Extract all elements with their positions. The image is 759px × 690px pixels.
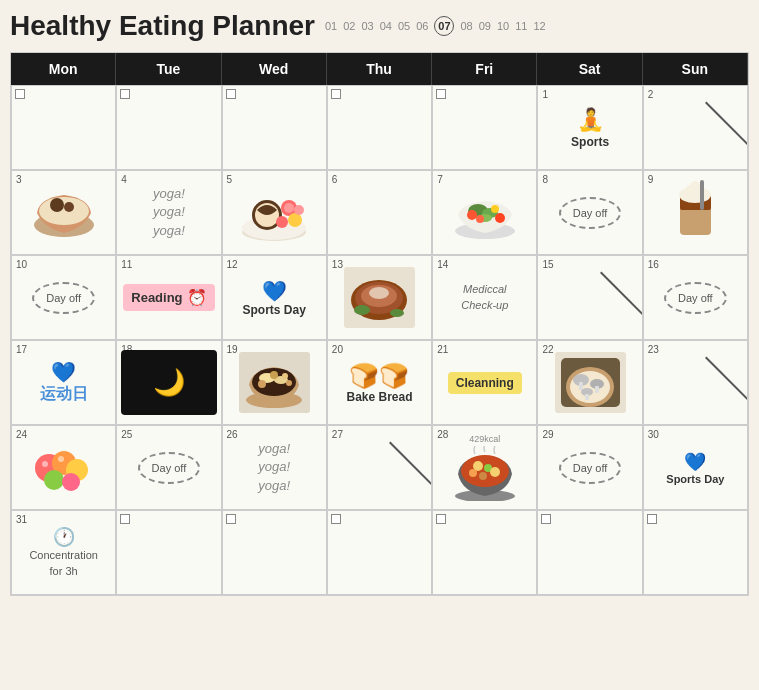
cell-25[interactable]: 25 Day off [116,425,221,510]
month-12[interactable]: 12 [533,20,545,32]
cell-24[interactable]: 24 [11,425,116,510]
cell-empty-3[interactable] [222,85,327,170]
cell-empty-2[interactable] [116,85,221,170]
cell-empty-5[interactable] [432,85,537,170]
cell-number: 19 [227,344,238,355]
cell-18[interactable]: 18 🌙 [116,340,221,425]
medical-label: MediccalCheck-up [461,282,508,313]
cell-11[interactable]: 11 Reading ⏰ [116,255,221,340]
cell-number: 12 [227,259,238,270]
cell-5[interactable]: 5 [222,170,327,255]
cell-9[interactable]: 9 [643,170,748,255]
svg-rect-52 [585,394,589,400]
cell-number: 1 [542,89,548,100]
month-02[interactable]: 02 [343,20,355,32]
cell-empty-r6-2[interactable] [222,510,327,595]
steak-icon [342,265,417,330]
cell-number: 3 [16,174,22,185]
month-07[interactable]: 07 [434,16,454,36]
cell-7[interactable]: 7 [432,170,537,255]
checkbox[interactable] [226,89,236,99]
svg-point-41 [270,371,278,379]
salad-icon [450,183,520,243]
cell-27[interactable]: 27 [327,425,432,510]
day-mon: Mon [11,53,116,85]
svg-point-64 [469,469,477,477]
reading-label: Reading [131,290,182,305]
fruit-icon [29,438,99,498]
month-03[interactable]: 03 [361,20,373,32]
yoga-content: yoga!yoga!yoga! [121,175,216,250]
food-bowl [16,175,111,250]
cell-3[interactable]: 3 [11,170,116,255]
checkbox[interactable] [436,89,446,99]
svg-point-12 [294,205,304,215]
cell-2[interactable]: 2 [643,85,748,170]
cell-17[interactable]: 17 💙 运动日 [11,340,116,425]
svg-point-10 [288,213,302,227]
cell-13[interactable]: 13 [327,255,432,340]
checkbox[interactable] [331,89,341,99]
diagonal-line-icon [665,98,725,158]
cell-16[interactable]: 16 Day off [643,255,748,340]
month-01[interactable]: 01 [325,20,337,32]
drink-content [648,175,743,250]
yoga-text: yoga!yoga!yoga! [258,440,290,495]
checkbox[interactable] [120,89,130,99]
cell-15[interactable]: 15 [537,255,642,340]
cell-empty-r6-5[interactable] [537,510,642,595]
cell-4[interactable]: 4 yoga!yoga!yoga! [116,170,221,255]
cell-6[interactable]: 6 [327,170,432,255]
cell-empty-1[interactable] [11,85,116,170]
month-05[interactable]: 05 [398,20,410,32]
cell-empty-r6-6[interactable] [643,510,748,595]
checkbox[interactable] [15,89,25,99]
cell-20[interactable]: 20 🍞🍞 Bake Bread [327,340,432,425]
cell-12[interactable]: 12 💙 Sports Day [222,255,327,340]
cell-number: 31 [16,514,27,525]
cell-1[interactable]: 1 🧘 Sports [537,85,642,170]
clock-icon: 🕐 [53,526,75,548]
cell-empty-r6-1[interactable] [116,510,221,595]
night-content: 🌙 [121,345,216,420]
day-thu: Thu [327,53,432,85]
month-10[interactable]: 10 [497,20,509,32]
month-04[interactable]: 04 [380,20,392,32]
cell-26[interactable]: 26 yoga!yoga!yoga! [222,425,327,510]
cell-14[interactable]: 14 MediccalCheck-up [432,255,537,340]
month-06[interactable]: 06 [416,20,428,32]
month-08[interactable]: 08 [460,20,472,32]
cell-empty-r6-4[interactable] [432,510,537,595]
cell-31[interactable]: 31 🕐 Concentrationfor 3h [11,510,116,595]
cell-23[interactable]: 23 [643,340,748,425]
cell-22[interactable]: 22 [537,340,642,425]
checkbox[interactable] [226,514,236,524]
cell-28[interactable]: 28 429kcal [432,425,537,510]
cell-21[interactable]: 21 Cleanning [432,340,537,425]
bread-emoji-icon: 🍞🍞 [349,362,409,390]
sports-emoji-icon: 🧘 [577,107,604,133]
cell-19[interactable]: 19 [222,340,327,425]
month-09[interactable]: 09 [479,20,491,32]
checkbox[interactable] [647,514,657,524]
checkbox[interactable] [541,514,551,524]
cell-8[interactable]: 8 Day off [537,170,642,255]
cell-number: 4 [121,174,127,185]
checkbox[interactable] [120,514,130,524]
month-selector[interactable]: 01 02 03 04 05 06 07 08 09 10 11 12 [325,16,546,36]
concentration-label: Concentrationfor 3h [29,548,98,579]
fruit-content [16,430,111,505]
salad-content [437,175,532,250]
checkbox[interactable] [331,514,341,524]
cell-number: 20 [332,344,343,355]
svg-point-58 [42,461,48,467]
checkbox[interactable] [436,514,446,524]
cell-29[interactable]: 29 Day off [537,425,642,510]
cell-30[interactable]: 30 💙 Sports Day [643,425,748,510]
cell-empty-4[interactable] [327,85,432,170]
cell-10[interactable]: 10 Day off [11,255,116,340]
month-11[interactable]: 11 [515,20,527,32]
cell-empty-r6-3[interactable] [327,510,432,595]
svg-point-2 [50,198,64,212]
breadbake-content: 🍞🍞 Bake Bread [332,345,427,420]
